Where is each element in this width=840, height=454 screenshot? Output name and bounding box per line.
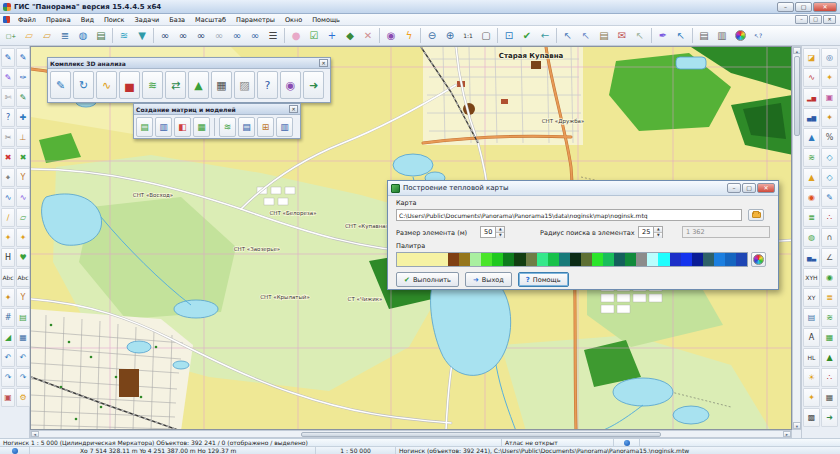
map-3d-edit-button[interactable]: ✎	[50, 71, 71, 99]
palette-color-25[interactable]	[714, 253, 725, 266]
edit-help-tool[interactable]: ?	[1, 108, 15, 127]
mdi-close-button[interactable]: ✕	[823, 15, 836, 24]
palette-color-6[interactable]	[503, 253, 514, 266]
palette-color-24[interactable]	[703, 253, 714, 266]
surface-rainbow-tool[interactable]: ◉	[803, 188, 820, 207]
label-hl-tool[interactable]: HL	[803, 348, 820, 367]
palette-color-4[interactable]	[481, 253, 492, 266]
element-size-stepper[interactable]: 50 ▲▼	[480, 226, 505, 238]
element-size-arrows[interactable]: ▲▼	[495, 227, 504, 237]
coord-xy-tool[interactable]: XY	[803, 288, 820, 307]
select-save-button[interactable]: ◆	[341, 27, 359, 45]
heatmap-dialog-titlebar[interactable]: Построение тепловой карты – ▢ ✕	[388, 181, 778, 196]
menu-item-1[interactable]: Правка	[41, 16, 76, 24]
globe-3d-button[interactable]: ◉	[280, 71, 301, 99]
menu-item-8[interactable]: Окно	[280, 16, 307, 24]
3d-analysis-close-button[interactable]: ✕	[319, 59, 328, 67]
palette-wheel-button[interactable]	[731, 27, 749, 45]
chart-slope-tool[interactable]: ◪	[803, 48, 820, 67]
levels-button[interactable]: ▲	[188, 71, 209, 99]
3d-analysis-titlebar[interactable]: Комплекс 3D анализа ✕	[48, 58, 330, 69]
palette-color-2[interactable]	[459, 253, 470, 266]
view-3d-button[interactable]: ◉	[382, 27, 400, 45]
chart-hist-tool[interactable]: ▂▅	[803, 88, 820, 107]
map-composition-button[interactable]: ▼	[133, 27, 151, 45]
menu-item-9[interactable]: Помощь	[307, 16, 345, 24]
palette-color-12[interactable]	[570, 253, 581, 266]
text-abc2-tool[interactable]: Abc	[16, 268, 30, 287]
send-mail-button[interactable]: ✉	[613, 27, 631, 45]
layers-3d-button[interactable]: ≋	[142, 71, 163, 99]
matrix-close-button[interactable]: ✕	[289, 105, 298, 113]
light-scan-tool[interactable]: ✦	[821, 68, 838, 87]
terrace-chart-tool[interactable]: ≣	[803, 208, 820, 227]
quick-run-button[interactable]: ϟ	[400, 27, 418, 45]
mtw-model-button[interactable]: ▥	[276, 117, 293, 137]
palette-color-14[interactable]	[592, 253, 603, 266]
menu-item-4[interactable]: Задачи	[130, 16, 165, 24]
draw-line2-tool[interactable]: ✎	[16, 48, 30, 67]
scale-readout[interactable]: 1 : 50 000	[316, 447, 396, 454]
calc-matrix-tool[interactable]: ▦	[821, 388, 838, 407]
palette-color-26[interactable]	[725, 253, 736, 266]
palette-color-7[interactable]	[514, 253, 525, 266]
exit-3d-button[interactable]: ➜	[303, 71, 324, 99]
palette-strip[interactable]	[396, 252, 748, 267]
search-radius-stepper[interactable]: 25 ▲▼	[638, 226, 663, 238]
palette-color-16[interactable]	[614, 253, 625, 266]
dialog-minimize-button[interactable]: –	[727, 183, 741, 193]
edit-curve-tool[interactable]: ∿	[1, 188, 15, 207]
go-back-button[interactable]: ←	[536, 27, 554, 45]
palette-color-1[interactable]	[448, 253, 459, 266]
flashlight-a-tool[interactable]: ✦	[1, 228, 15, 247]
palette-color-21[interactable]	[670, 253, 681, 266]
light-search-tool[interactable]: ✦	[1, 288, 15, 307]
menu-item-3[interactable]: Поиск	[99, 16, 130, 24]
arc-bridge-tool[interactable]: ∩	[821, 228, 838, 247]
heart-select-tool[interactable]: ♥	[16, 248, 30, 267]
menu-item-2[interactable]: Вид	[76, 16, 99, 24]
element-size-value[interactable]: 50	[481, 227, 495, 237]
vscroll-thumb[interactable]	[794, 56, 800, 136]
exit-tool[interactable]: ➜	[821, 408, 838, 427]
coord-xyh-tool[interactable]: XYH	[803, 268, 820, 287]
palette-color-13[interactable]	[581, 253, 592, 266]
sun-relief-tool[interactable]: ☀	[803, 368, 820, 387]
new-map-button[interactable]: ▢+	[2, 27, 20, 45]
move-object-tool[interactable]: ✚	[16, 108, 30, 127]
undo-tool[interactable]: ↶	[1, 348, 15, 367]
flashlight-tool[interactable]: ✦	[16, 228, 30, 247]
layer-list-button[interactable]: ≋	[115, 27, 133, 45]
texture-button[interactable]: ▨	[234, 71, 255, 99]
matrix-titlebar[interactable]: Создание матриц и моделей ✕	[134, 104, 300, 115]
zoom-select-button[interactable]: ▢	[477, 27, 495, 45]
object-list-button[interactable]: ☰	[264, 27, 282, 45]
palette-color-27[interactable]	[736, 253, 747, 266]
graph-net-tool[interactable]: ∴	[821, 368, 838, 387]
settings-gear-tool[interactable]: ⚙	[16, 388, 30, 407]
delete-node-tool[interactable]: ✖	[16, 148, 30, 167]
node-tool[interactable]: Y	[16, 288, 30, 307]
gradient-matrix-button[interactable]: ◧	[174, 117, 191, 137]
calendar-tool[interactable]: ▦	[16, 328, 30, 347]
light-map-tool[interactable]: ✦	[803, 388, 820, 407]
map-matrix-button[interactable]: ▤	[136, 117, 153, 137]
object-faded-button[interactable]: ↖	[631, 27, 649, 45]
exit-button[interactable]: ➜ Выход	[465, 272, 512, 287]
help-button[interactable]: ? Помощь	[518, 272, 569, 287]
draw-line-tool[interactable]: ✎	[1, 48, 15, 67]
map-help-button[interactable]: ?	[257, 71, 278, 99]
open-map-button[interactable]: ▱	[20, 27, 38, 45]
clip-box-tool[interactable]: ▣	[821, 88, 838, 107]
horizontal-scrollbar[interactable]: ◂ ▸	[30, 430, 792, 438]
palette-color-11[interactable]	[559, 253, 570, 266]
select-apply-button[interactable]: ☑	[305, 27, 323, 45]
terrace2-tool[interactable]: ≣	[821, 288, 838, 307]
pointer-button[interactable]: ↖	[672, 27, 690, 45]
menu-item-5[interactable]: База	[164, 16, 190, 24]
chart-profile-tool[interactable]: ∿	[803, 68, 820, 87]
atlas-info-cell[interactable]	[614, 439, 640, 446]
mountain-view-tool[interactable]: ▲	[821, 348, 838, 367]
chart-mixed-tool[interactable]: ▅▃	[803, 248, 820, 267]
geolocate-button[interactable]: ✒	[654, 27, 672, 45]
